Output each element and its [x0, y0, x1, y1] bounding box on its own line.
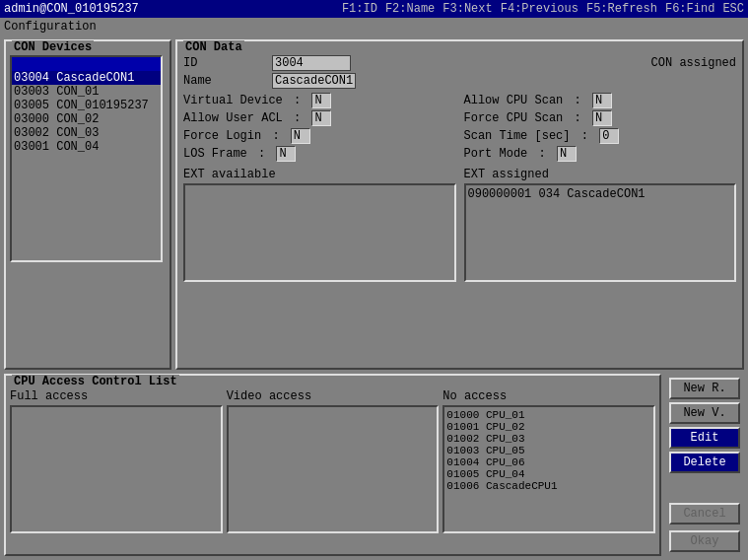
allow-user-acl-value[interactable]: N — [311, 110, 331, 126]
no-access-list: 01000 CPU_01 01001 CPU_02 01002 CPU_03 0… — [442, 405, 655, 533]
con-devices-title: CON Devices — [12, 40, 94, 54]
okay-button[interactable]: Okay — [669, 530, 740, 552]
id-value[interactable]: 3004 — [272, 55, 351, 71]
virtual-device-row: Virtual Device : N — [183, 93, 456, 108]
list-item[interactable]: 01005 CPU_04 — [446, 468, 651, 480]
id-label: ID — [183, 56, 272, 70]
con-data-panel: CON Data ID 3004 CON assigned Name Casca… — [175, 39, 744, 370]
title-bar-user: admin@CON_010195237 — [4, 2, 139, 16]
list-item[interactable]: 01004 CPU_06 — [446, 456, 651, 468]
cancel-button[interactable]: Cancel — [669, 503, 740, 525]
force-cpu-scan-value[interactable]: N — [592, 110, 612, 126]
allow-cpu-scan-value[interactable]: N — [592, 93, 612, 108]
ext-available-list — [183, 183, 456, 282]
cpu-access-title: CPU Access Control List — [12, 375, 179, 388]
ext-section: EXT available EXT assigned 090000001 034… — [183, 168, 736, 282]
menu-configuration[interactable]: Configuration — [4, 20, 97, 34]
full-access-title: Full access — [10, 389, 223, 403]
title-bar: admin@CON_010195237 F1:ID F2:Name F3:Nex… — [0, 0, 748, 18]
list-item[interactable]: 01002 CPU_03 — [446, 433, 651, 445]
buttons-panel: New R. New V. Edit Delete Cancel Okay — [665, 374, 744, 556]
force-login-value[interactable]: N — [291, 128, 310, 144]
screen: admin@CON_010195237 F1:ID F2:Name F3:Nex… — [0, 0, 748, 560]
list-item[interactable]: 03000 CON_02 — [12, 112, 161, 126]
list-item[interactable]: 03003 CON_01 — [12, 85, 161, 99]
cpu-access-panel: CPU Access Control List Full access Vide… — [4, 374, 661, 556]
ext-assigned-item[interactable]: 090000001 034 CascadeCON1 — [468, 187, 733, 201]
full-access-list — [10, 405, 223, 533]
force-cpu-scan-row: Force CPU Scan : N — [464, 110, 737, 126]
con-devices-panel: CON Devices 03004 CascadeCON1 03003 CON_… — [4, 39, 171, 370]
new-r-button[interactable]: New R. — [669, 378, 740, 399]
key-f4[interactable]: F4:Previous — [501, 2, 578, 16]
video-access-title: Video access — [227, 389, 440, 403]
force-login-row: Force Login : N — [183, 128, 456, 144]
menu-bar: Configuration — [0, 18, 748, 35]
list-item[interactable]: 01006 CascadeCPU1 — [446, 480, 651, 492]
port-mode-value[interactable]: N — [557, 146, 577, 162]
full-access-column: Full access — [10, 389, 223, 534]
list-item[interactable]: 03004 CascadeCON1 — [12, 71, 161, 85]
list-item[interactable]: 01000 CPU_01 — [446, 409, 651, 421]
main-content: CON Devices 03004 CascadeCON1 03003 CON_… — [0, 35, 748, 560]
list-item[interactable]: 01001 CPU_02 — [446, 421, 651, 433]
video-access-list — [227, 405, 440, 533]
top-section: CON Devices 03004 CascadeCON1 03003 CON_… — [4, 39, 744, 370]
no-access-column: No access 01000 CPU_01 01001 CPU_02 0100… — [442, 389, 655, 534]
right-fields: Allow CPU Scan : N Force CPU Scan : N Sc… — [464, 93, 737, 162]
key-f2[interactable]: F2:Name — [385, 2, 435, 16]
con-assigned-label: CON assigned — [651, 56, 736, 70]
con-devices-list[interactable]: 03004 CascadeCON1 03003 CON_01 03005 CON… — [10, 55, 163, 262]
fields-section: Virtual Device : N Allow User ACL : N Fo… — [183, 93, 736, 162]
id-row: ID 3004 CON assigned — [183, 55, 736, 71]
los-frame-row: LOS Frame : N — [183, 146, 456, 162]
con-data-title: CON Data — [183, 40, 244, 54]
key-f5[interactable]: F5:Refresh — [586, 2, 657, 16]
ext-available-box: EXT available — [183, 168, 456, 282]
name-row: Name CascadeCON1 — [183, 73, 736, 89]
allow-cpu-scan-row: Allow CPU Scan : N — [464, 93, 737, 108]
list-item[interactable]: 01003 CPU_05 — [446, 445, 651, 456]
allow-user-acl-row: Allow User ACL : N — [183, 110, 456, 126]
edit-button[interactable]: Edit — [669, 427, 740, 449]
no-access-title: No access — [442, 389, 655, 403]
list-item[interactable]: 03005 CON_010195237 — [12, 99, 161, 112]
key-esc[interactable]: ESC — [722, 2, 744, 16]
key-f1[interactable]: F1:ID — [342, 2, 377, 16]
ext-available-title: EXT available — [183, 168, 456, 181]
ext-assigned-list: 090000001 034 CascadeCON1 — [464, 183, 737, 282]
bottom-section: CPU Access Control List Full access Vide… — [4, 374, 744, 556]
scan-time-row: Scan Time [sec] : 0 — [464, 128, 737, 144]
list-item[interactable]: 03002 CON_03 — [12, 126, 161, 140]
key-f6[interactable]: F6:Find — [665, 2, 714, 16]
new-v-button[interactable]: New V. — [669, 402, 740, 424]
video-access-column: Video access — [227, 389, 440, 534]
virtual-device-value[interactable]: N — [311, 93, 331, 108]
cpu-access-inner: Full access Video access No access 01000… — [10, 389, 655, 534]
name-value[interactable]: CascadeCON1 — [272, 73, 356, 89]
title-bar-keys: F1:ID F2:Name F3:Next F4:Previous F5:Ref… — [342, 2, 744, 16]
port-mode-row: Port Mode : N — [464, 146, 737, 162]
delete-button[interactable]: Delete — [669, 452, 740, 473]
key-f3[interactable]: F3:Next — [442, 2, 492, 16]
scan-time-value[interactable]: 0 — [599, 128, 619, 144]
ext-assigned-title: EXT assigned — [464, 168, 737, 181]
los-frame-value[interactable]: N — [276, 146, 296, 162]
name-label: Name — [183, 74, 272, 88]
ext-assigned-box: EXT assigned 090000001 034 CascadeCON1 — [464, 168, 737, 282]
list-item[interactable] — [12, 57, 161, 71]
list-item[interactable]: 03001 CON_04 — [12, 140, 161, 154]
left-fields: Virtual Device : N Allow User ACL : N Fo… — [183, 93, 456, 162]
